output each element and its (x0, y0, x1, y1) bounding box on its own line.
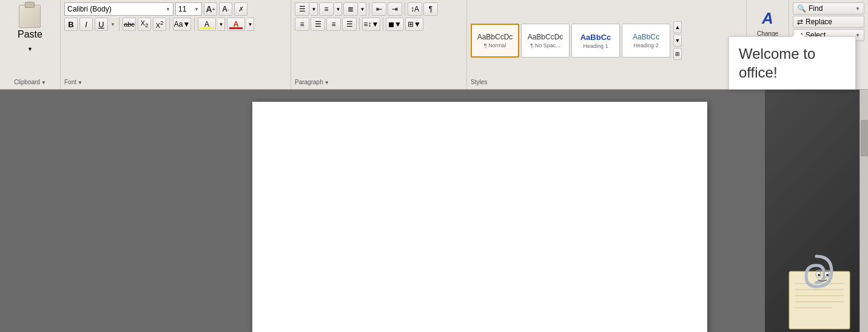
scrollbar-thumb[interactable] (861, 120, 868, 156)
replace-button[interactable]: ⇄ Replace (793, 16, 864, 28)
numbering-arrow-icon[interactable]: ▼ (335, 2, 342, 16)
change-case-button[interactable]: Aa▼ (173, 18, 191, 31)
underline-label: U (98, 20, 104, 29)
dark-overlay-right (765, 90, 868, 332)
styles-scroll-controls: ▲ ▼ ⊞ (673, 21, 682, 60)
italic-button[interactable]: I (79, 18, 93, 31)
borders-button[interactable]: ⊞▼ (405, 18, 423, 31)
multilevel-arrow-icon[interactable]: ▼ (359, 2, 366, 16)
paragraph-row-1: ☰ ▼ ≡ ▼ ≣ ▼ ⇤ ⇥ ↕A (295, 2, 463, 16)
styles-scroll-down-button[interactable]: ▼ (673, 35, 682, 47)
font-row-2: B I U ▼ abc X2 X2 (64, 18, 287, 31)
shading-button[interactable]: ◼▼ (386, 18, 404, 31)
subscript-button[interactable]: X2 (138, 18, 151, 31)
paste-icon (19, 5, 41, 28)
style-heading1[interactable]: AaBbCc Heading 1 (571, 24, 620, 58)
bold-button[interactable]: B (64, 18, 78, 31)
highlight-color-button[interactable]: A (198, 18, 216, 31)
welcome-text: Welcome to office! (739, 44, 846, 82)
clipboard-label: Clipboard (14, 79, 40, 87)
font-section-label: Font (64, 79, 76, 87)
style-heading2[interactable]: AaBbCc Heading 2 (622, 24, 670, 58)
font-color-bar (229, 27, 243, 29)
styles-scroll-up-button[interactable]: ▲ (673, 21, 682, 33)
scrollbar-right[interactable] (860, 90, 868, 332)
change-styles-icon: A (756, 6, 780, 30)
paste-options-button[interactable]: ▼ (27, 45, 34, 53)
font-name-dropdown[interactable]: Calibri (Body) ▼ (64, 2, 173, 16)
paste-button[interactable]: Paste (14, 2, 46, 42)
line-spacing-button[interactable]: ≡↕▼ (362, 18, 380, 31)
font-row-1: Calibri (Body) ▼ 11 ▼ A+ A- ✗ (64, 2, 287, 16)
find-label: Find (809, 4, 823, 13)
styles-more-button[interactable]: ⊞ (673, 48, 682, 60)
style-normal[interactable]: AaBbCcDc ¶ Normal (471, 24, 519, 58)
separator-7 (383, 18, 383, 31)
clear-format-button[interactable]: ✗ (234, 2, 247, 16)
show-formatting-button[interactable]: ¶ (423, 2, 438, 16)
numbering-button[interactable]: ≡ (319, 2, 334, 16)
align-right-button[interactable]: ≡ (326, 18, 341, 31)
clippy-figure (783, 253, 868, 332)
separator-4 (369, 2, 369, 16)
bullets-arrow-icon[interactable]: ▼ (311, 2, 318, 16)
find-button[interactable]: 🔍 Find ▼ (793, 2, 864, 15)
clipboard-expand-icon[interactable]: ▼ (41, 80, 46, 85)
replace-label: Replace (806, 18, 832, 26)
align-left-button[interactable]: ≡ (295, 18, 309, 31)
separator-1 (119, 18, 119, 31)
font-size-arrow-icon: ▼ (194, 7, 199, 12)
font-grow-button[interactable]: A+ (204, 2, 217, 16)
font-color-button[interactable]: A (227, 18, 245, 31)
welcome-popup: Welcome to office! (728, 36, 856, 90)
highlight-color-bar (200, 27, 214, 29)
increase-indent-button[interactable]: ⇥ (388, 2, 402, 16)
font-name-value: Calibri (Body) (67, 5, 112, 13)
font-name-arrow-icon: ▼ (166, 7, 170, 12)
clipboard-section: Paste ▼ Clipboard ▼ (0, 0, 61, 89)
italic-label: I (85, 20, 87, 29)
styles-section: AaBbCcDc ¶ Normal AaBbCcDc ¶ No Spac... … (467, 0, 747, 89)
font-color-arrow-icon[interactable]: ▼ (247, 18, 254, 31)
font-shrink-button[interactable]: A- (219, 2, 232, 16)
decrease-indent-button[interactable]: ⇤ (372, 2, 386, 16)
separator-3 (194, 18, 195, 31)
font-expand-icon[interactable]: ▼ (78, 80, 82, 85)
multilevel-list-button[interactable]: ≣ (343, 2, 358, 16)
styles-section-label: Styles (471, 79, 487, 87)
paste-label: Paste (18, 29, 42, 40)
superscript-button[interactable]: X2 (153, 18, 166, 31)
svg-point-8 (818, 274, 820, 276)
font-size-value: 11 (178, 5, 186, 13)
document-page[interactable] (252, 102, 707, 332)
justify-button[interactable]: ☰ (342, 18, 357, 31)
styles-row: AaBbCcDc ¶ Normal AaBbCcDc ¶ No Spac... … (471, 2, 742, 79)
font-size-dropdown[interactable]: 11 ▼ (175, 2, 202, 16)
paragraph-section: ☰ ▼ ≡ ▼ ≣ ▼ ⇤ ⇥ ↕A (291, 0, 467, 89)
bold-label: B (68, 20, 73, 29)
separator-5 (405, 2, 405, 16)
main-area (0, 90, 868, 332)
svg-point-9 (826, 274, 829, 276)
underline-button[interactable]: U (95, 18, 108, 31)
style-no-spacing[interactable]: AaBbCcDc ¶ No Spac... (521, 24, 570, 58)
paragraph-row-2: ≡ ☰ ≡ ☰ ≡↕▼ ◼▼ (295, 18, 463, 31)
align-center-button[interactable]: ☰ (311, 18, 325, 31)
underline-arrow-icon[interactable]: ▼ (110, 18, 116, 31)
font-section: Calibri (Body) ▼ 11 ▼ A+ A- ✗ (61, 0, 291, 89)
separator-2 (169, 18, 170, 31)
bullets-button[interactable]: ☰ (295, 2, 309, 16)
sort-button[interactable]: ↕A (408, 2, 422, 16)
strikethrough-button[interactable]: abc (123, 18, 136, 31)
paragraph-section-label: Paragraph (295, 79, 323, 87)
highlight-arrow-icon[interactable]: ▼ (218, 18, 225, 31)
separator-6 (359, 18, 360, 31)
paragraph-expand-icon[interactable]: ▼ (325, 80, 329, 85)
